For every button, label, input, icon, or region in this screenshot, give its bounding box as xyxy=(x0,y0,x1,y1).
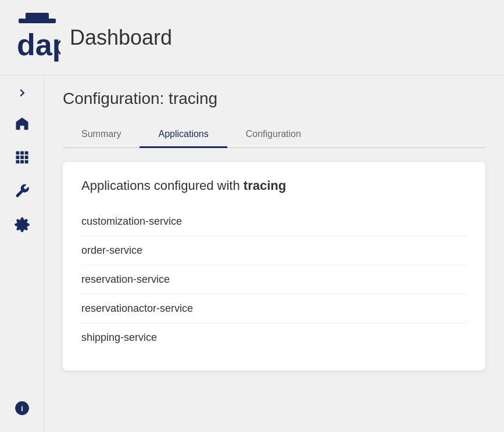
dapr-logo: dapr xyxy=(14,12,60,64)
sidebar: i xyxy=(0,75,44,432)
card-title: Applications configured with tracing xyxy=(81,178,467,193)
logo-area: dapr Dashboard xyxy=(14,12,172,64)
main-layout: i Configuration: tracing Summary Applica… xyxy=(0,75,504,432)
sidebar-expand-button[interactable] xyxy=(5,81,40,105)
card-title-highlight: tracing xyxy=(244,178,286,193)
card-title-prefix: Applications configured with xyxy=(81,178,244,193)
applications-card: Applications configured with tracing cus… xyxy=(63,162,485,370)
svg-rect-4 xyxy=(20,152,24,155)
sidebar-item-settings[interactable] xyxy=(5,210,40,239)
svg-rect-1 xyxy=(19,19,56,23)
page-title: Configuration: tracing xyxy=(63,89,485,108)
svg-rect-3 xyxy=(16,152,19,155)
app-list: customization-serviceorder-servicereserv… xyxy=(81,207,467,352)
svg-rect-5 xyxy=(24,152,28,155)
svg-rect-8 xyxy=(24,156,28,159)
tab-applications[interactable]: Applications xyxy=(140,122,227,148)
svg-text:i: i xyxy=(21,404,23,413)
list-item: order-service xyxy=(81,236,467,265)
svg-rect-10 xyxy=(20,160,24,164)
svg-rect-7 xyxy=(20,156,24,159)
main-content: Configuration: tracing Summary Applicati… xyxy=(44,75,504,432)
svg-rect-9 xyxy=(16,160,19,164)
header-title: Dashboard xyxy=(70,26,172,50)
sidebar-info-area: i xyxy=(5,394,40,423)
sidebar-item-tools[interactable] xyxy=(5,177,40,206)
svg-rect-11 xyxy=(24,160,28,164)
sidebar-item-apps[interactable] xyxy=(5,143,40,172)
tabs-container: Summary Applications Configuration xyxy=(63,122,485,148)
list-item: reservation-service xyxy=(81,265,467,294)
list-item: customization-service xyxy=(81,207,467,236)
list-item: shipping-service xyxy=(81,323,467,352)
svg-text:dapr: dapr xyxy=(17,28,60,62)
tab-configuration[interactable]: Configuration xyxy=(227,122,320,148)
list-item: reservationactor-service xyxy=(81,294,467,323)
app-header: dapr Dashboard xyxy=(0,0,504,75)
svg-rect-6 xyxy=(16,156,19,159)
sidebar-item-info[interactable]: i xyxy=(5,394,40,423)
tab-summary[interactable]: Summary xyxy=(63,122,140,148)
sidebar-item-home[interactable] xyxy=(5,109,40,138)
